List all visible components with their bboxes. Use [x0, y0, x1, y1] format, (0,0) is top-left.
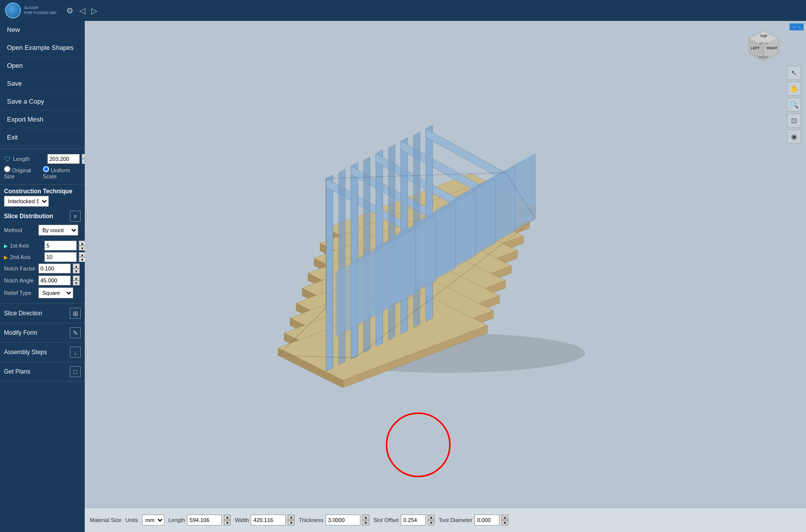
- notch-factor-input[interactable]: [38, 264, 71, 273]
- menu-item-exit[interactable]: Exit: [0, 129, 85, 146]
- svg-marker-37: [326, 175, 333, 371]
- notch-factor-down[interactable]: ▼: [73, 268, 80, 273]
- svg-text:LEFT: LEFT: [751, 46, 760, 50]
- slice-direction-action[interactable]: Slice Direction ⊞: [0, 304, 85, 323]
- app-name: SLICER: [24, 5, 56, 10]
- method-label: Method: [4, 227, 36, 233]
- length-bottom-up[interactable]: ▲: [224, 515, 231, 520]
- tool-diameter-bottom-down[interactable]: ▼: [501, 520, 508, 526]
- length-bottom-spinner[interactable]: ▲ ▼: [224, 515, 231, 526]
- bottom-length-input[interactable]: [187, 515, 222, 526]
- uniform-scale-radio[interactable]: [43, 166, 49, 172]
- technique-dropdown[interactable]: Interlocked Slices Stacked Slices Curve …: [4, 196, 49, 207]
- svg-text:BACK: BACK: [760, 42, 768, 45]
- thickness-bottom-spinner[interactable]: ▲ ▼: [362, 515, 369, 526]
- slot-offset-bottom-down[interactable]: ▼: [428, 520, 435, 526]
- modify-form-icon: ✎: [70, 327, 81, 338]
- axis2-spinner[interactable]: ▲ ▼: [79, 252, 85, 262]
- svg-text:TOP: TOP: [760, 34, 768, 38]
- length-bottom-down[interactable]: ▼: [224, 520, 231, 526]
- get-plans-action[interactable]: Get Plans □: [0, 362, 85, 382]
- axis2-input[interactable]: [44, 252, 77, 262]
- axis2-down[interactable]: ▼: [79, 257, 85, 262]
- length-input[interactable]: [47, 154, 80, 164]
- camera-tool-button[interactable]: ⊡: [787, 114, 801, 128]
- 3d-grid-visualization: [246, 114, 645, 402]
- menu-item-open-example[interactable]: Open Example Shapes: [0, 39, 85, 57]
- right-toolbar: ↖ ✋ 🔍 ⊡ ◉: [787, 66, 801, 143]
- sphere-tool-button[interactable]: ◉: [787, 130, 801, 143]
- length-section: 🛡 Length ▲ ▼ Original Size Uniform Scale: [0, 151, 85, 185]
- modify-form-action[interactable]: Modify Form ✎: [0, 323, 85, 343]
- notch-angle-spinner[interactable]: ▲ ▼: [73, 275, 80, 285]
- tool-diameter-bottom-spinner[interactable]: ▲ ▼: [501, 515, 508, 526]
- tool-diameter-bottom-up[interactable]: ▲: [501, 515, 508, 520]
- menu-open-example-label: Open Example Shapes: [7, 44, 74, 51]
- original-size-radio-label[interactable]: Original Size: [4, 166, 39, 179]
- menu-new-label: New: [7, 26, 20, 33]
- zoom-tool-button[interactable]: 🔍: [787, 98, 801, 112]
- menu-item-open[interactable]: Open: [0, 57, 85, 75]
- bottom-thickness-input[interactable]: [325, 515, 360, 526]
- axis2-row: ▶ 2nd Axis ▲ ▼: [4, 252, 81, 262]
- undo-button[interactable]: ◁: [79, 6, 85, 15]
- settings-icon[interactable]: ⚙: [66, 6, 73, 15]
- axis2-icon: ▶: [4, 255, 8, 260]
- axis1-down[interactable]: ▼: [79, 246, 85, 251]
- menu-export-mesh-label: Export Mesh: [7, 116, 43, 123]
- length-up[interactable]: ▲: [82, 154, 85, 159]
- axis1-input[interactable]: [44, 241, 77, 251]
- length-spinner[interactable]: ▲ ▼: [82, 154, 85, 164]
- width-bottom-down[interactable]: ▼: [288, 520, 295, 526]
- slot-offset-bottom-spinner[interactable]: ▲ ▼: [428, 515, 435, 526]
- method-dropdown[interactable]: By count By distance: [38, 225, 78, 236]
- menu-item-save[interactable]: Save: [0, 75, 85, 93]
- menu-item-new[interactable]: New: [0, 21, 85, 39]
- menu-item-save-copy[interactable]: Save a Copy: [0, 93, 85, 111]
- axis1-up[interactable]: ▲: [79, 241, 85, 246]
- length-down[interactable]: ▼: [82, 159, 85, 164]
- bottom-slot-offset-input[interactable]: [401, 515, 426, 526]
- length-field-group: Length ▲ ▼: [168, 515, 231, 526]
- width-field-group: Width ▲ ▼: [235, 515, 295, 526]
- assembly-steps-action[interactable]: Assembly Steps ↓: [0, 343, 85, 362]
- width-bottom-up[interactable]: ▲: [288, 515, 295, 520]
- length-label: Length: [13, 156, 45, 162]
- original-size-radio[interactable]: [4, 166, 10, 172]
- thickness-bottom-down[interactable]: ▼: [362, 520, 369, 526]
- slot-offset-bottom-up[interactable]: ▲: [428, 515, 435, 520]
- slice-distribution-icon[interactable]: ≡: [70, 211, 81, 222]
- cursor-tool-button[interactable]: ↖: [787, 66, 801, 80]
- notch-angle-input[interactable]: [38, 275, 71, 285]
- notch-angle-label: Notch Angle: [4, 277, 36, 283]
- get-plans-icon: □: [70, 366, 81, 377]
- canvas-area[interactable]: ←→ TOP RIGHT LEFT BACK FRONT ↖ ✋ 🔍 ⊡ ◉: [85, 21, 806, 507]
- axis2-up[interactable]: ▲: [79, 252, 85, 257]
- technique-row: Interlocked Slices Stacked Slices Curve …: [0, 196, 85, 209]
- notch-factor-up[interactable]: ▲: [73, 264, 80, 268]
- uniform-scale-radio-label[interactable]: Uniform Scale: [43, 166, 81, 179]
- hand-tool-button[interactable]: ✋: [787, 82, 801, 96]
- logo-area: SLICER FOR FUSION 360: [5, 2, 56, 18]
- menu-save-label: Save: [7, 80, 22, 87]
- thickness-bottom-up[interactable]: ▲: [362, 515, 369, 520]
- annotation-circle: [386, 412, 451, 477]
- menu-item-export-mesh[interactable]: Export Mesh: [0, 111, 85, 129]
- notch-angle-down[interactable]: ▼: [73, 280, 80, 285]
- material-size-label: Material Size: [90, 517, 122, 523]
- notch-factor-spinner[interactable]: ▲ ▼: [73, 264, 80, 273]
- units-dropdown[interactable]: mm cm in: [142, 515, 164, 526]
- redo-button[interactable]: ▷: [91, 6, 97, 15]
- menu-open-label: Open: [7, 62, 23, 69]
- bottom-width-input[interactable]: [251, 515, 286, 526]
- svg-text:RIGHT: RIGHT: [767, 46, 778, 50]
- width-bottom-spinner[interactable]: ▲ ▼: [288, 515, 295, 526]
- relief-type-dropdown[interactable]: Square Round Dogbone: [38, 287, 73, 298]
- notch-angle-up[interactable]: ▲: [73, 275, 80, 280]
- view-indicator[interactable]: ←→: [790, 23, 804, 30]
- axis1-spinner[interactable]: ▲ ▼: [79, 241, 85, 251]
- cube-navigator[interactable]: TOP RIGHT LEFT BACK FRONT: [746, 28, 781, 63]
- bottom-tool-diameter-input[interactable]: [475, 515, 499, 526]
- sidebar: New Open Example Shapes Open Save Save a…: [0, 21, 85, 532]
- app-logo: [5, 2, 21, 18]
